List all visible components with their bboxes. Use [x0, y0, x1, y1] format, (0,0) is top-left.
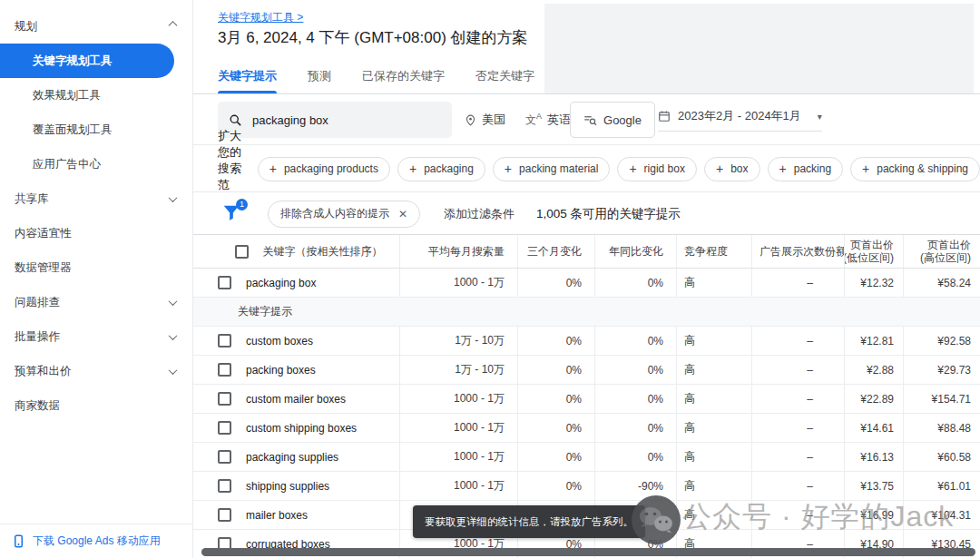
tab-bar: 关键字提示 预测 已保存的关键字 否定关键字	[218, 64, 534, 93]
plus-icon: +	[716, 162, 723, 176]
column-header-top-bid-high[interactable]: 页首出价 (高位区间)	[903, 235, 980, 268]
keyword-cell: custom shipping boxes	[246, 422, 357, 435]
tab[interactable]: 否定关键字	[475, 64, 534, 93]
competition-cell: 高	[676, 472, 751, 500]
broaden-chip[interactable]: + box	[704, 157, 760, 181]
page-title: 3月 6, 2024, 4 下午 (GMT+08:00) 创建的方案	[218, 27, 528, 48]
translate-icon: 文A	[525, 112, 542, 128]
column-header-ad-impression-share[interactable]: 广告展示次数份额	[751, 235, 844, 268]
location-selector[interactable]: 美国	[465, 94, 505, 145]
broaden-chip-label: box	[730, 162, 748, 175]
broaden-chip-label: packaging products	[284, 162, 378, 175]
column-header-label: 关键字（按相关性排序）	[263, 244, 383, 259]
column-header-competition[interactable]: 竞争程度	[676, 235, 751, 268]
close-icon[interactable]: ✕	[398, 208, 407, 220]
sidebar-item-label: 规划	[15, 19, 37, 34]
table-row[interactable]: packing boxes 1万 - 10万 0% 0% 高 – ¥2.88 ¥…	[193, 356, 980, 385]
impression-share-cell: –	[751, 414, 844, 442]
top-bid-low-cell: ¥13.75	[844, 472, 903, 500]
row-checkbox[interactable]	[218, 450, 231, 464]
filter-funnel-button[interactable]: 1	[221, 202, 245, 226]
broaden-chip[interactable]: + packing	[768, 157, 844, 181]
table-row[interactable]: packaging supplies 1000 - 1万 0% 0% 高 – ¥…	[193, 443, 980, 472]
sidebar-item[interactable]: 批量操作	[0, 319, 192, 354]
language-value: 英语	[547, 112, 571, 128]
avg-searches-cell: 1000 - 1万	[399, 385, 517, 413]
impression-share-cell: –	[751, 443, 844, 471]
table-row[interactable]: custom shipping boxes 1000 - 1万 0% 0% 高 …	[193, 414, 980, 443]
column-header-keyword[interactable]: 关键字（按相关性排序）	[193, 235, 399, 268]
active-filter-label: 排除含成人内容的提示	[280, 206, 389, 221]
date-range-selector[interactable]: 2023年2月 - 2024年1月 ▾	[658, 108, 822, 132]
impression-share-cell: –	[751, 327, 844, 355]
competition-cell: 高	[676, 443, 751, 471]
network-selector[interactable]: Google	[570, 102, 655, 138]
three-month-change-cell: 0%	[517, 327, 594, 355]
active-filter-chip[interactable]: 排除含成人内容的提示 ✕	[268, 201, 420, 228]
search-query: packaging box	[252, 113, 328, 127]
sidebar-item[interactable]: 预算和出价	[0, 354, 192, 388]
yoy-change-cell: 0%	[594, 385, 676, 413]
download-mobile-app-link[interactable]: 下载 Google Ads 移动应用	[0, 524, 192, 558]
broaden-chip[interactable]: + packing & shipping	[850, 157, 980, 181]
table-row[interactable]: custom mailer boxes 1000 - 1万 0% 0% 高 – …	[193, 385, 980, 414]
language-selector[interactable]: 文A 英语	[525, 94, 571, 145]
yoy-change-cell: 0%	[594, 327, 676, 355]
keyword-cell: packaging box	[246, 277, 316, 289]
sidebar-item-label: 应用广告中心	[33, 157, 101, 172]
broaden-chip[interactable]: + packing material	[493, 157, 611, 181]
top-bid-low-cell: ¥22.89	[844, 385, 903, 413]
competition-cell: 高	[676, 269, 751, 297]
column-header-yoy-change[interactable]: 年同比变化	[594, 235, 676, 268]
keyword-cell: packing boxes	[246, 364, 316, 377]
plus-icon: +	[629, 162, 636, 176]
tab[interactable]: 已保存的关键字	[362, 64, 445, 93]
tab[interactable]: 关键字提示	[218, 64, 277, 93]
sidebar-item[interactable]: 数据管理器	[0, 250, 192, 285]
broaden-chip[interactable]: + packaging	[397, 157, 485, 181]
sidebar-item[interactable]: 商家数据	[0, 388, 192, 423]
row-checkbox[interactable]	[218, 276, 231, 289]
select-all-checkbox[interactable]	[235, 245, 249, 259]
sidebar-item[interactable]: 问题排查	[0, 285, 192, 319]
column-header-three-month-change[interactable]: 三个月变化	[517, 235, 594, 268]
chevron-icon	[169, 331, 178, 340]
broaden-chip[interactable]: + rigid box	[617, 157, 697, 181]
horizontal-scrollbar[interactable]	[201, 548, 975, 556]
row-checkbox[interactable]	[218, 508, 231, 522]
row-checkbox[interactable]	[218, 479, 231, 493]
top-bid-high-cell: ¥88.48	[903, 414, 980, 442]
table-header-row: 关键字（按相关性排序） 平均每月搜索量 三个月变化 年同比变化 竞争程度 广告展…	[193, 235, 980, 269]
sidebar-item[interactable]: 规划	[0, 9, 192, 44]
sidebar-item[interactable]: 效果规划工具	[0, 78, 192, 113]
row-checkbox[interactable]	[218, 334, 231, 348]
avg-searches-cell: 1万 - 10万	[399, 356, 517, 384]
row-checkbox[interactable]	[218, 392, 231, 406]
breadcrumb[interactable]: 关键字规划工具 >	[218, 10, 303, 25]
sidebar-item-label: 问题排查	[15, 295, 60, 310]
keyword-search-input[interactable]: packaging box	[218, 102, 452, 138]
table-row[interactable]: custom boxes 1万 - 10万 0% 0% 高 – ¥12.81 ¥…	[193, 327, 980, 356]
broaden-chip-label: packing	[794, 162, 831, 175]
add-filter-button[interactable]: 添加过滤条件	[444, 206, 514, 222]
sidebar-item[interactable]: 应用广告中心	[0, 147, 192, 181]
tab[interactable]: 预测	[308, 64, 331, 93]
keyword-cell: mailer boxes	[246, 509, 308, 522]
table-row-seed[interactable]: packaging box 1000 - 1万 0% 0% 高 – ¥12.32…	[193, 269, 980, 298]
impression-share-cell: –	[751, 385, 844, 413]
sidebar-item[interactable]: 覆盖面规划工具	[0, 113, 192, 147]
row-checkbox[interactable]	[218, 363, 231, 377]
three-month-change-cell: 0%	[517, 385, 594, 413]
sidebar-item[interactable]: 关键字规划工具	[0, 44, 174, 78]
sidebar-item[interactable]: 共享库	[0, 181, 192, 216]
chevron-down-icon: ▾	[818, 112, 822, 122]
row-checkbox[interactable]	[218, 421, 231, 435]
impression-share-cell: –	[751, 356, 844, 384]
sidebar-item-label: 覆盖面规划工具	[33, 122, 113, 138]
broaden-chip[interactable]: + packaging products	[258, 157, 390, 181]
sidebar-item[interactable]: 内容适宜性	[0, 216, 192, 250]
column-header-avg-monthly-searches[interactable]: 平均每月搜索量	[399, 235, 517, 268]
date-range-value: 2023年2月 - 2024年1月	[678, 108, 801, 124]
keyword-ideas-count: 1,005 条可用的关键字提示	[536, 206, 681, 222]
column-header-top-bid-low[interactable]: 页首出价 (低位区间)	[844, 235, 903, 268]
